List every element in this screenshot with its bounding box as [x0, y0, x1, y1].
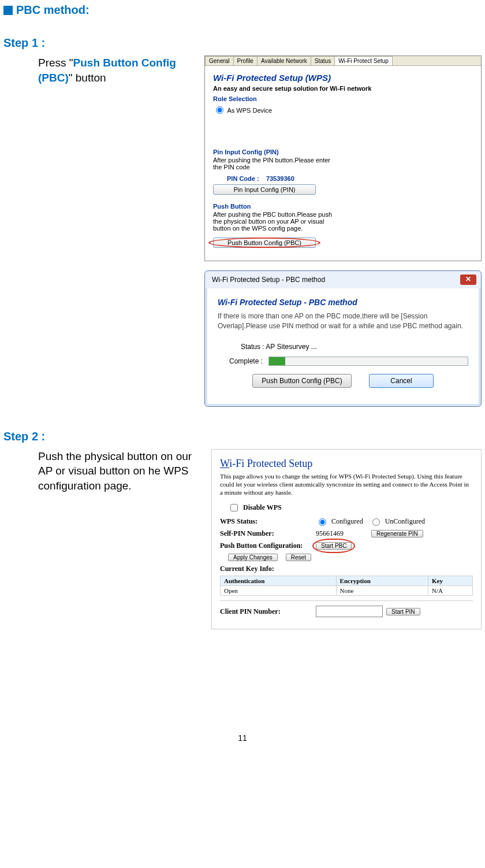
wps-settings-window: General Profile Available Network Status… [204, 55, 482, 261]
unconfigured-radio[interactable] [372, 518, 380, 526]
router-page-title: Wi-Fi Protected Setup [220, 458, 473, 470]
complete-label: Complete : [229, 357, 263, 365]
start-pin-button[interactable]: Start PIN [386, 608, 420, 615]
step1-text-part2: " button [69, 72, 106, 84]
td-enc: None [336, 586, 428, 596]
client-pin-input[interactable] [316, 606, 383, 617]
th-key: Key [428, 576, 473, 586]
pbc-method-dialog: Wi-Fi Protected Setup - PBC method ✕ Wi-… [204, 270, 482, 407]
step1-text: Press "Push Button Config (PBC)" button [3, 55, 194, 85]
push-button-config-button[interactable]: Push Button Config (PBC) [213, 238, 316, 248]
self-pin-value: 95661469 [316, 529, 368, 538]
td-key: N/A [428, 586, 473, 596]
regenerate-pin-button[interactable]: Regenerate PIN [371, 530, 423, 537]
square-bullet-icon [3, 6, 13, 15]
disable-wps-checkbox[interactable] [230, 504, 238, 511]
wps-subtitle: An easy and secure setup solution for Wi… [213, 85, 473, 92]
reset-button[interactable]: Reset [286, 554, 311, 561]
step1-text-part0: Press " [38, 57, 73, 69]
router-page-desc: This page allows you to change the setti… [220, 472, 473, 497]
client-pin-label: Client PIN Number: [220, 607, 312, 616]
pbc-config-label: Push Button Configuration: [220, 541, 312, 550]
wps-status-label: WPS Status: [220, 517, 312, 526]
configured-radio[interactable] [319, 518, 326, 526]
disable-wps-label: Disable WPS [243, 503, 282, 512]
pbc-method-header: PBC method: [3, 3, 482, 17]
header-text: PBC method: [16, 3, 89, 16]
current-key-label: Current Key Info: [220, 565, 473, 573]
as-wps-device-radio[interactable] [216, 106, 223, 114]
pin-section-title: Pin Input Config (PIN) [213, 149, 473, 155]
progress-bar [268, 357, 468, 366]
role-selection-label: Role Selection [213, 95, 473, 102]
pbc-inner-title: Wi-Fi Protected Setup - PBC method [218, 298, 468, 307]
tab-wifi-protect-setup[interactable]: Wi-Fi Protect Setup [334, 56, 393, 65]
wps-title: Wi-Fi Protected Setup (WPS) [213, 73, 473, 83]
role-option-row: As WPS Device [213, 105, 473, 114]
wps-tabs: General Profile Available Network Status… [205, 56, 481, 66]
router-wps-page: Wi-Fi Protected Setup This page allows y… [211, 449, 482, 630]
close-icon[interactable]: ✕ [460, 275, 476, 285]
self-pin-label: Self-PIN Number: [220, 529, 312, 538]
pin-input-config-button[interactable]: Pin Input Config (PIN) [213, 184, 316, 195]
pin-desc: After pushing the PIN button.Please ente… [213, 157, 334, 170]
pbc-status-line: Status : AP Sitesurvey ... [241, 343, 468, 351]
pbc-dialog-title: Wi-Fi Protected Setup - PBC method [212, 276, 325, 284]
tab-general[interactable]: General [205, 56, 234, 65]
push-button-section-title: Push Button [213, 203, 473, 210]
td-auth: Open [220, 586, 336, 596]
key-info-table: Authentication Encryption Key Open None … [220, 576, 473, 596]
step2-title: Step 2 : [3, 430, 482, 443]
tab-profile[interactable]: Profile [233, 56, 258, 65]
start-pbc-button[interactable]: Start PBC [316, 542, 352, 550]
pbc-dialog-message: If there is more than one AP on the PBC … [218, 311, 468, 331]
pin-code-value: 73539360 [266, 175, 294, 182]
step1-title: Step 1 : [3, 36, 482, 50]
pin-code-label: PIN Code : [227, 175, 259, 182]
as-wps-device-label: As WPS Device [227, 107, 272, 114]
tab-available-network[interactable]: Available Network [257, 56, 311, 65]
pbc-dialog-pbc-button[interactable]: Push Button Config (PBC) [252, 374, 352, 388]
push-button-desc: After pushing the PBC button.Please push… [213, 211, 334, 232]
th-auth: Authentication [220, 576, 336, 586]
cancel-button[interactable]: Cancel [369, 374, 434, 388]
unconfigured-label: UnConfigured [385, 517, 425, 526]
page-number: 11 [3, 733, 482, 743]
step2-text: Push the physical button on our AP or vi… [3, 449, 201, 494]
th-enc: Encryption [336, 576, 428, 586]
configured-label: Configured [331, 517, 363, 526]
apply-changes-button[interactable]: Apply Changes [228, 554, 278, 561]
tab-status[interactable]: Status [311, 56, 335, 65]
